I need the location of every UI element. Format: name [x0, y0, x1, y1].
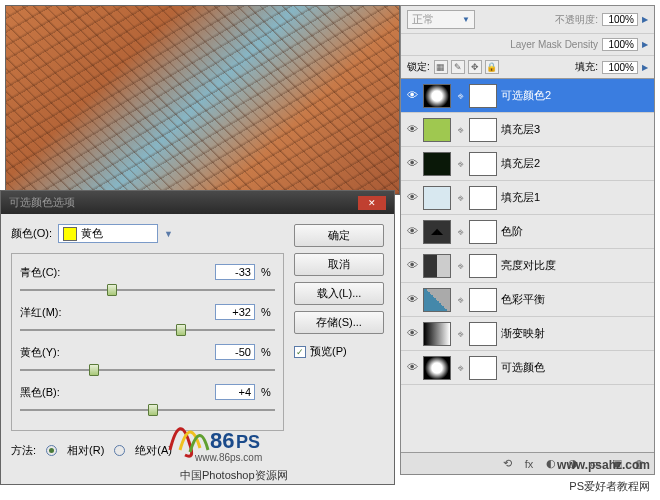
save-button[interactable]: 存储(S)...	[294, 311, 384, 334]
cancel-button[interactable]: 取消	[294, 253, 384, 276]
link-icon: ⎆	[455, 193, 465, 203]
layer-row[interactable]: 👁 ⎆ 填充层1	[401, 181, 654, 215]
layer-name: 色彩平衡	[501, 292, 545, 307]
layer-row[interactable]: 👁 ◢◣ ⎆ 色阶	[401, 215, 654, 249]
slider-yellow-track[interactable]	[20, 364, 275, 378]
preview-checkbox[interactable]: ✓	[294, 346, 306, 358]
visibility-eye-icon[interactable]: 👁	[405, 327, 419, 341]
visibility-eye-icon[interactable]: 👁	[405, 89, 419, 103]
lock-all-icon[interactable]: 🔒	[485, 60, 499, 74]
visibility-eye-icon[interactable]: 👁	[405, 293, 419, 307]
fill-value[interactable]: 100%	[602, 61, 638, 74]
layer-mask-thumbnail[interactable]	[469, 288, 497, 312]
color-label: 颜色(O):	[11, 226, 52, 241]
method-absolute-label: 绝对(A)	[135, 443, 172, 458]
pct: %	[261, 266, 275, 278]
layers-panel: 正常▼ 不透明度: 100% ▶ Layer Mask Density 100%…	[400, 5, 655, 475]
layer-mask-thumbnail[interactable]	[469, 84, 497, 108]
watermark-right-text: PS爱好者教程网	[569, 479, 650, 494]
layer-row[interactable]: 👁 ⎆ 亮度对比度	[401, 249, 654, 283]
layer-thumbnail[interactable]	[423, 152, 451, 176]
lock-pixels-icon[interactable]: ✎	[451, 60, 465, 74]
layer-row[interactable]: 👁 ⎆ 色彩平衡	[401, 283, 654, 317]
close-icon[interactable]: ✕	[358, 196, 386, 210]
opacity-value[interactable]: 100%	[602, 13, 638, 26]
pct: %	[261, 346, 275, 358]
layer-mask-thumbnail[interactable]	[469, 220, 497, 244]
slider-thumb[interactable]	[176, 324, 186, 336]
layer-thumbnail[interactable]	[423, 322, 451, 346]
visibility-eye-icon[interactable]: 👁	[405, 191, 419, 205]
radio-relative[interactable]	[46, 445, 57, 456]
mask-icon[interactable]: ◐	[544, 457, 558, 470]
layer-row[interactable]: 👁 ⎆ 填充层2	[401, 147, 654, 181]
layer-row[interactable]: 👁 ⎆ 可选颜色2	[401, 79, 654, 113]
layer-thumbnail[interactable]	[423, 186, 451, 210]
color-dropdown[interactable]: 黄色	[58, 224, 158, 243]
slider-thumb[interactable]	[148, 404, 158, 416]
slider-group: 青色(C): % 洋红(M): % 黄色(Y): %	[11, 253, 284, 431]
layer-name: 填充层2	[501, 156, 540, 171]
visibility-eye-icon[interactable]: 👁	[405, 259, 419, 273]
lock-position-icon[interactable]: ✥	[468, 60, 482, 74]
slider-thumb[interactable]	[89, 364, 99, 376]
canvas-area	[5, 5, 400, 195]
preview-label: 预览(P)	[310, 344, 347, 359]
radio-absolute[interactable]	[114, 445, 125, 456]
lock-transparency-icon[interactable]: ▦	[434, 60, 448, 74]
visibility-eye-icon[interactable]: 👁	[405, 157, 419, 171]
visibility-eye-icon[interactable]: 👁	[405, 225, 419, 239]
arrow-icon[interactable]: ▶	[642, 63, 648, 72]
layer-mask-thumbnail[interactable]	[469, 152, 497, 176]
slider-magenta-track[interactable]	[20, 324, 275, 338]
layer-mask-thumbnail[interactable]	[469, 186, 497, 210]
layer-row[interactable]: 👁 ⎆ 可选颜色	[401, 351, 654, 385]
layer-thumbnail[interactable]: ◢◣	[423, 220, 451, 244]
slider-black-track[interactable]	[20, 404, 275, 418]
layer-mask-thumbnail[interactable]	[469, 254, 497, 278]
layer-thumbnail[interactable]	[423, 118, 451, 142]
watermark-url: www.86ps.com	[195, 452, 262, 463]
dialog-title-text: 可选颜色选项	[9, 195, 75, 210]
layer-list: 👁 ⎆ 可选颜色2 👁 ⎆ 填充层3 👁 ⎆ 填充层2 👁 ⎆ 填充层1 👁 ◢…	[401, 79, 654, 385]
fx-icon[interactable]: fx	[522, 458, 536, 470]
load-button[interactable]: 载入(L)...	[294, 282, 384, 305]
pct: %	[261, 386, 275, 398]
layer-name: 填充层3	[501, 122, 540, 137]
pct: %	[261, 306, 275, 318]
slider-yellow-value[interactable]	[215, 344, 255, 360]
slider-magenta-value[interactable]	[215, 304, 255, 320]
ok-button[interactable]: 确定	[294, 224, 384, 247]
link-icon: ⎆	[455, 125, 465, 135]
arrow-icon[interactable]: ▶	[642, 15, 648, 24]
layer-mask-thumbnail[interactable]	[469, 322, 497, 346]
link-icon: ⎆	[455, 227, 465, 237]
selective-color-dialog: 可选颜色选项 ✕ 颜色(O): 黄色 ▼ 青色(C): %	[0, 190, 395, 485]
arrow-icon[interactable]: ▶	[642, 40, 648, 49]
visibility-eye-icon[interactable]: 👁	[405, 361, 419, 375]
layer-thumbnail[interactable]	[423, 84, 451, 108]
link-icon: ⎆	[455, 91, 465, 101]
blend-mode-dropdown[interactable]: 正常▼	[407, 10, 475, 29]
layer-mask-thumbnail[interactable]	[469, 356, 497, 380]
dialog-titlebar[interactable]: 可选颜色选项 ✕	[1, 191, 394, 214]
chevron-down-icon[interactable]: ▼	[164, 229, 173, 239]
slider-thumb[interactable]	[107, 284, 117, 296]
layer-row[interactable]: 👁 ⎆ 填充层3	[401, 113, 654, 147]
link-icon: ⎆	[455, 363, 465, 373]
layer-name: 亮度对比度	[501, 258, 556, 273]
layer-name: 填充层1	[501, 190, 540, 205]
layer-row[interactable]: 👁 ⎆ 渐变映射	[401, 317, 654, 351]
layer-thumbnail[interactable]	[423, 288, 451, 312]
mask-density-label: Layer Mask Density	[510, 39, 598, 50]
layer-thumbnail[interactable]	[423, 356, 451, 380]
layer-thumbnail[interactable]	[423, 254, 451, 278]
lock-label: 锁定:	[407, 60, 430, 74]
slider-cyan-track[interactable]	[20, 284, 275, 298]
layer-mask-thumbnail[interactable]	[469, 118, 497, 142]
link-layers-icon[interactable]: ⟲	[500, 457, 514, 470]
slider-black-value[interactable]	[215, 384, 255, 400]
slider-cyan-value[interactable]	[215, 264, 255, 280]
mask-density-value[interactable]: 100%	[602, 38, 638, 51]
visibility-eye-icon[interactable]: 👁	[405, 123, 419, 137]
